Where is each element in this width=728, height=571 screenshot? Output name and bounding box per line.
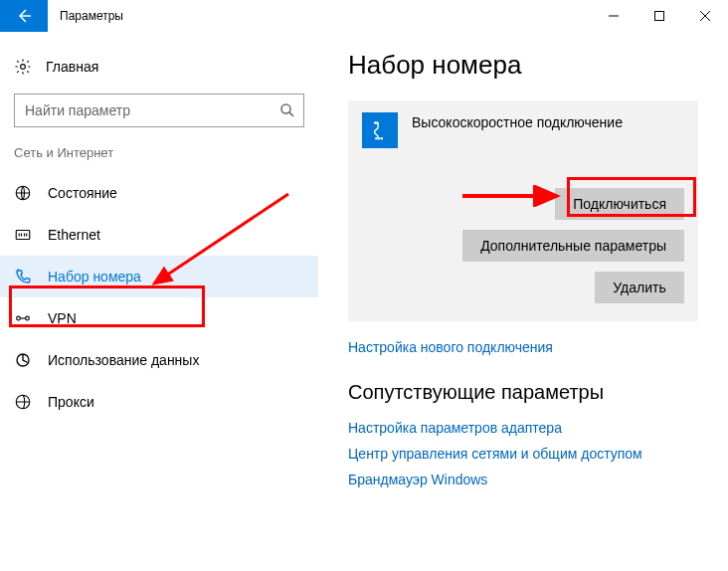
minimize-button[interactable] bbox=[591, 0, 637, 32]
page-title: Набор номера bbox=[348, 50, 698, 81]
connection-icon bbox=[362, 112, 398, 148]
connection-panel: Высокоскоростное подключение Подключитьс… bbox=[348, 100, 698, 321]
connection-name: Высокоскоростное подключение bbox=[412, 112, 623, 130]
titlebar: Параметры bbox=[0, 0, 728, 32]
svg-point-11 bbox=[381, 138, 382, 139]
arrow-left-icon bbox=[16, 8, 32, 24]
related-heading: Сопутствующие параметры bbox=[348, 381, 698, 404]
window-controls bbox=[591, 0, 728, 32]
window-title: Параметры bbox=[60, 9, 591, 23]
sidebar-item-datausage[interactable]: Использование данных bbox=[0, 339, 318, 381]
back-button[interactable] bbox=[0, 0, 48, 32]
search-input[interactable] bbox=[14, 94, 304, 127]
section-header: Сеть и Интернет bbox=[0, 145, 318, 172]
globe-icon bbox=[14, 184, 32, 202]
sidebar-item-label: Использование данных bbox=[48, 352, 199, 368]
related-link-adapter[interactable]: Настройка параметров адаптера bbox=[348, 420, 698, 436]
svg-point-5 bbox=[17, 316, 21, 320]
connection-row[interactable]: Высокоскоростное подключение bbox=[362, 112, 684, 148]
svg-point-10 bbox=[379, 138, 380, 139]
svg-point-6 bbox=[26, 316, 30, 320]
svg-point-9 bbox=[376, 138, 377, 139]
sidebar: Главная Сеть и Интернет Состояние Ethern… bbox=[0, 32, 318, 571]
sidebar-item-status[interactable]: Состояние bbox=[0, 172, 318, 214]
data-usage-icon bbox=[14, 351, 32, 369]
main-panel: Набор номера Высокоскоростное подключени… bbox=[318, 32, 728, 571]
sidebar-item-label: Прокси bbox=[48, 394, 94, 410]
sidebar-item-label: Состояние bbox=[48, 185, 117, 201]
close-icon bbox=[700, 11, 710, 21]
home-nav[interactable]: Главная bbox=[0, 48, 318, 86]
new-connection-link[interactable]: Настройка нового подключения bbox=[348, 339, 698, 355]
svg-rect-0 bbox=[655, 12, 664, 21]
advanced-button[interactable]: Дополнительные параметры bbox=[462, 230, 684, 262]
sidebar-item-label: Ethernet bbox=[48, 227, 100, 243]
sidebar-item-vpn[interactable]: VPN bbox=[0, 297, 318, 339]
svg-point-1 bbox=[21, 65, 26, 70]
related-link-sharing[interactable]: Центр управления сетями и общим доступом bbox=[348, 446, 698, 462]
sidebar-item-proxy[interactable]: Прокси bbox=[0, 381, 318, 423]
delete-button[interactable]: Удалить bbox=[595, 272, 684, 303]
ethernet-icon bbox=[14, 226, 32, 244]
proxy-icon bbox=[14, 393, 32, 411]
close-button[interactable] bbox=[682, 0, 728, 32]
phone-icon bbox=[14, 268, 32, 286]
connect-button[interactable]: Подключиться bbox=[555, 188, 684, 220]
svg-rect-4 bbox=[16, 231, 30, 240]
maximize-icon bbox=[654, 11, 664, 21]
sidebar-item-dialup[interactable]: Набор номера bbox=[0, 256, 318, 297]
related-link-firewall[interactable]: Брандмауэр Windows bbox=[348, 472, 698, 487]
sidebar-item-label: Набор номера bbox=[48, 269, 141, 285]
search-box bbox=[14, 94, 304, 127]
minimize-icon bbox=[609, 11, 619, 21]
vpn-icon bbox=[14, 309, 32, 327]
maximize-button[interactable] bbox=[637, 0, 682, 32]
sidebar-item-ethernet[interactable]: Ethernet bbox=[0, 214, 318, 256]
sidebar-item-label: VPN bbox=[48, 310, 77, 326]
gear-icon bbox=[14, 58, 32, 76]
home-label: Главная bbox=[46, 59, 98, 75]
